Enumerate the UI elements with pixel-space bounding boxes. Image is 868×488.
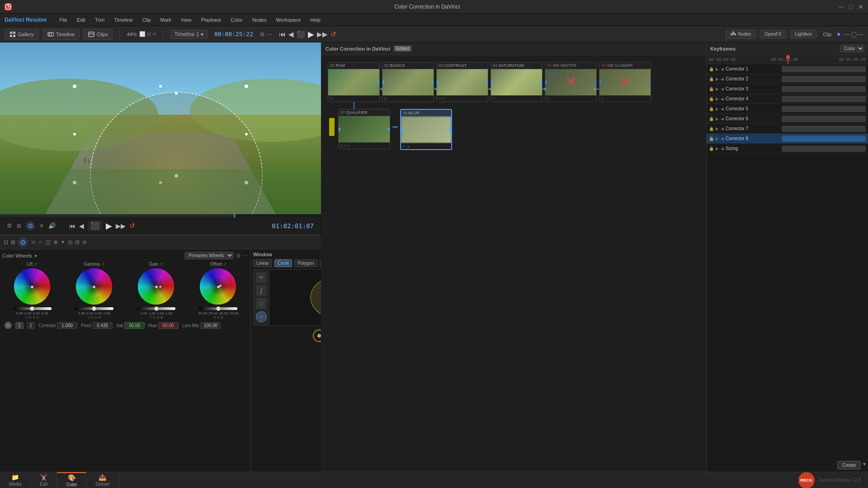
deliver-tab[interactable]: 📤 Deliver (86, 472, 119, 488)
menu-clip[interactable]: Clip (139, 16, 155, 23)
menu-color[interactable]: Color (227, 16, 246, 23)
step-back-button[interactable]: ◀ (288, 30, 294, 38)
cp-ripple-icon[interactable]: ≋ (82, 239, 87, 245)
kf-track-row-6: 🔒 ▶ ◀ Corrector 6 (707, 114, 868, 124)
menu-file[interactable]: File (56, 16, 71, 23)
tb-jump-start[interactable]: ⏮ (69, 222, 75, 230)
node-08-label: 08 BLUR (401, 110, 451, 117)
circle-tool-btn[interactable]: Circle (274, 259, 292, 267)
clips-button[interactable]: Clips (83, 29, 113, 40)
preview-flag-icon[interactable]: ⊙ (26, 221, 35, 230)
ws-main-canvas[interactable]: ● ◪ ● ◪ (269, 270, 321, 325)
cp-qualify-icon[interactable]: ☆ (38, 239, 43, 245)
scrubber[interactable] (0, 214, 321, 217)
lift-reset-icon[interactable]: ↺ (34, 262, 38, 267)
openfx-button[interactable]: OpenFX (760, 30, 786, 38)
preview-cut-icon[interactable]: ✕ (39, 223, 44, 229)
arrow-icon[interactable]: ▶ (716, 67, 719, 71)
menu-help[interactable]: Help (307, 16, 324, 23)
timeline-selector[interactable]: Timeline 1 ▾ (170, 30, 208, 39)
cp-magic-icon[interactable]: ✦ (61, 239, 65, 245)
node-02[interactable]: 02 BASICS ⊡ (382, 62, 434, 102)
primaries-mode-select[interactable]: Primaries Wheels Log Wheels (184, 252, 234, 259)
gallery-button[interactable]: Gallery (5, 29, 39, 40)
gain-reset-icon[interactable]: ↺ (160, 262, 164, 267)
stop-button[interactable]: ⬛ (297, 30, 305, 38)
tb-play[interactable]: ▶ (106, 221, 112, 231)
tb-stop[interactable]: ⬛ (88, 221, 102, 231)
timeline-button[interactable]: Timeline (42, 29, 80, 40)
gain-slider[interactable] (137, 307, 175, 310)
linear-tool-btn[interactable]: Linear (253, 259, 272, 267)
cp-blur-icon[interactable]: ◎ (68, 239, 72, 245)
lift-slider[interactable] (13, 307, 52, 310)
menu-trim[interactable]: Trim (91, 16, 108, 23)
num1-button[interactable]: 1 (15, 322, 24, 329)
ws-curve-icon[interactable]: ∫ (256, 285, 267, 296)
menu-mark[interactable]: Mark (157, 16, 175, 23)
cp-curves-icon[interactable]: ⊃ (31, 239, 35, 245)
close-button[interactable]: ✕ (858, 3, 863, 10)
num2-button[interactable]: 2 (27, 322, 35, 329)
mode-a-button[interactable]: A (5, 322, 12, 329)
menu-edit[interactable]: Edit (73, 16, 89, 23)
offset-wheel-canvas[interactable] (199, 267, 237, 306)
polygon-tool-btn[interactable]: Polygon (294, 259, 317, 267)
node-06[interactable]: 06 WB SUMMER ✕ ⊡ (599, 62, 651, 102)
lightbox-button[interactable]: Lightbox (790, 30, 817, 38)
lift-wheel-canvas[interactable] (13, 267, 52, 306)
preview-grid-icon[interactable]: ⊞ (17, 223, 21, 229)
lock-icon[interactable]: 🔒 (709, 67, 714, 71)
color-tab[interactable]: 🎨 Color (57, 472, 86, 488)
node-07[interactable]: 07 QUALIFIER ⊡ ✏ ▸ (338, 109, 390, 149)
gain-wheel-canvas[interactable] (137, 267, 175, 306)
tb-step-back[interactable]: ◀ (79, 222, 84, 230)
node-04[interactable]: 04 SATURATION ⊡ (491, 62, 542, 102)
menu-workspace[interactable]: Workspace (272, 16, 304, 23)
loop-button[interactable]: ↺ (330, 30, 336, 38)
jump-start-button[interactable]: ⏮ (279, 30, 286, 38)
ws-shape-circle-btn[interactable] (313, 329, 321, 342)
preview-settings-icon[interactable]: ⚙ (7, 222, 12, 229)
offset-center-dot (217, 286, 220, 288)
gamma-reset-icon[interactable]: ↺ (101, 262, 105, 267)
media-tab[interactable]: 📁 Media (0, 472, 31, 488)
preview-audio-icon[interactable]: 🔊 (48, 222, 56, 229)
tb-step-forward[interactable]: ▶▶ (116, 222, 126, 230)
lock-icon-3: 🔒 (709, 87, 714, 91)
cw-overflow-icon[interactable]: ⋯ (243, 253, 248, 259)
gamma-wheel-canvas[interactable] (75, 267, 113, 306)
ws-rect-icon[interactable]: □ (256, 298, 267, 309)
cw-expand-icon[interactable]: ⊞ (236, 253, 241, 259)
vis-icon[interactable]: ◀ (721, 67, 724, 71)
menu-nodes[interactable]: Nodes (249, 16, 270, 23)
maximize-button[interactable]: □ (849, 3, 853, 10)
cp-wheel-active-icon[interactable]: ⊙ (18, 237, 28, 247)
step-forward-button[interactable]: ▶▶ (317, 30, 328, 38)
menu-view[interactable]: View (177, 16, 195, 23)
nodes-panel-button[interactable]: Nodes (726, 30, 756, 39)
create-button[interactable]: Create (837, 461, 861, 469)
node-03[interactable]: 03 CONTRAST ⊡ ⊙ (436, 62, 488, 102)
cp-window-icon[interactable]: ◫ (46, 239, 51, 245)
node-01[interactable]: 01 RAW ⊡ (328, 62, 380, 102)
minimize-button[interactable]: ─ (839, 3, 844, 10)
offset-slider[interactable] (199, 307, 237, 310)
cp-key-icon[interactable]: ⊟ (75, 239, 80, 245)
ws-pencil-icon[interactable]: ✏ (256, 272, 267, 283)
offset-reset-icon[interactable]: ↺ (223, 262, 227, 267)
ws-circle-icon[interactable]: ○ (256, 311, 267, 322)
kf-dropdown-arrow[interactable]: ▾ (863, 461, 866, 469)
menu-playback[interactable]: Playback (198, 16, 225, 23)
menu-timeline[interactable]: Timeline (110, 16, 136, 23)
edit-tab[interactable]: ✂️ Edit (31, 472, 57, 488)
play-button[interactable]: ▶ (308, 29, 314, 39)
gamma-slider[interactable] (75, 307, 113, 310)
tb-loop[interactable]: ↺ (129, 222, 135, 230)
node-05[interactable]: 05 WB WINTER ✕ ⊡ (545, 62, 597, 102)
cp-scope-icon[interactable]: ⊡ (4, 239, 8, 245)
cp-tracker-icon[interactable]: ⊕ (53, 239, 58, 245)
node-08[interactable]: 08 BLUR ⊙ ▲ (400, 109, 452, 150)
kf-dropdown[interactable]: Color (840, 45, 864, 52)
cp-grid-icon[interactable]: ⊞ (11, 239, 15, 245)
